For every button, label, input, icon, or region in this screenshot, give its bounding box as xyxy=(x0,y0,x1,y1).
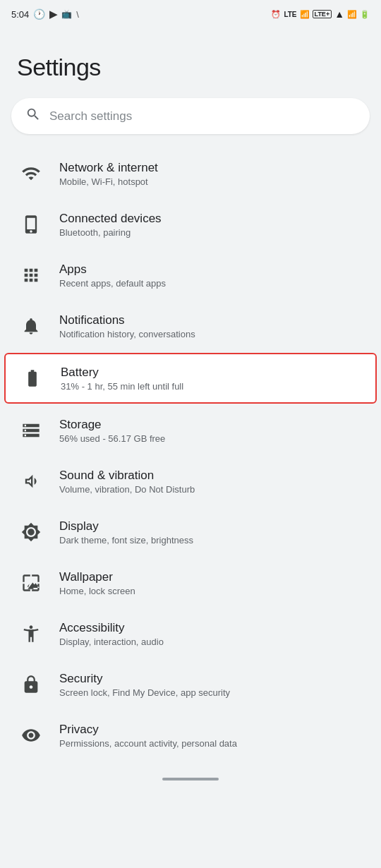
security-subtitle: Screen lock, Find My Device, app securit… xyxy=(59,687,364,698)
wallpaper-subtitle: Home, lock screen xyxy=(59,586,364,596)
notifications-icon xyxy=(17,312,45,340)
battery-text: Battery 31% - 1 hr, 55 min left until fu… xyxy=(61,366,363,392)
signal-bars-icon: ▲ xyxy=(334,8,344,20)
settings-item-accessibility[interactable]: Accessibility Display, interaction, audi… xyxy=(0,608,381,659)
storage-icon xyxy=(17,416,45,445)
battery-title: Battery xyxy=(61,366,363,380)
sound-title: Sound & vibration xyxy=(59,469,364,483)
network-icon xyxy=(17,159,45,188)
page-header: Settings xyxy=(0,25,381,92)
settings-item-security[interactable]: Security Screen lock, Find My Device, ap… xyxy=(0,659,381,710)
clock-icon: 🕐 xyxy=(33,8,45,20)
status-right: ⏰ LTE 📶 LTE+ ▲ 📶 🔋 xyxy=(271,8,370,20)
no-signal-icon: \ xyxy=(76,9,79,20)
security-text: Security Screen lock, Find My Device, ap… xyxy=(59,672,364,698)
battery-icon xyxy=(18,364,47,392)
apps-text: Apps Recent apps, default apps xyxy=(59,263,364,289)
youtube-icon: ▶ xyxy=(49,8,57,20)
page-title: Settings xyxy=(17,54,364,81)
status-left: 5:04 🕐 ▶ 📺 \ xyxy=(11,8,79,20)
security-icon xyxy=(17,670,45,699)
accessibility-text: Accessibility Display, interaction, audi… xyxy=(59,621,364,647)
settings-item-network[interactable]: Network & internet Mobile, Wi-Fi, hotspo… xyxy=(0,148,381,199)
connected-devices-subtitle: Bluetooth, pairing xyxy=(59,227,364,238)
settings-item-display[interactable]: Display Dark theme, font size, brightnes… xyxy=(0,507,381,557)
settings-item-wallpaper[interactable]: Wallpaper Home, lock screen xyxy=(0,557,381,608)
accessibility-icon xyxy=(17,620,45,648)
storage-title: Storage xyxy=(59,418,364,432)
privacy-text: Privacy Permissions, account activity, p… xyxy=(59,723,364,749)
privacy-title: Privacy xyxy=(59,723,364,737)
apps-subtitle: Recent apps, default apps xyxy=(59,278,364,289)
connected-devices-text: Connected devices Bluetooth, pairing xyxy=(59,212,364,238)
notifications-title: Notifications xyxy=(59,313,364,327)
battery-icon-status: 🔋 xyxy=(360,10,370,19)
sound-subtitle: Volume, vibration, Do Not Disturb xyxy=(59,484,364,495)
wallpaper-text: Wallpaper Home, lock screen xyxy=(59,570,364,596)
storage-subtitle: 56% used - 56.17 GB free xyxy=(59,433,364,444)
display-title: Display xyxy=(59,519,364,534)
settings-item-privacy[interactable]: Privacy Permissions, account activity, p… xyxy=(0,710,381,761)
settings-item-connected-devices[interactable]: Connected devices Bluetooth, pairing xyxy=(0,199,381,250)
settings-item-battery[interactable]: Battery 31% - 1 hr, 55 min left until fu… xyxy=(4,353,377,404)
wifi-calling-icon: 📶 xyxy=(300,10,310,19)
settings-item-notifications[interactable]: Notifications Notification history, conv… xyxy=(0,301,381,351)
connected-devices-icon xyxy=(17,210,45,239)
display-text: Display Dark theme, font size, brightnes… xyxy=(59,519,364,545)
settings-item-apps[interactable]: Apps Recent apps, default apps xyxy=(0,250,381,301)
apps-title: Apps xyxy=(59,263,364,277)
wifi-icon-status: 📶 xyxy=(347,10,357,19)
sound-icon xyxy=(17,467,45,495)
display-icon xyxy=(17,518,45,546)
security-title: Security xyxy=(59,672,364,686)
network-text: Network & internet Mobile, Wi-Fi, hotspo… xyxy=(59,161,364,187)
display-subtitle: Dark theme, font size, brightness xyxy=(59,535,364,545)
scroll-indicator xyxy=(162,778,219,780)
accessibility-subtitle: Display, interaction, audio xyxy=(59,637,364,647)
settings-item-sound[interactable]: Sound & vibration Volume, vibration, Do … xyxy=(0,456,381,507)
search-container: Search settings xyxy=(0,92,381,145)
network-subtitle: Mobile, Wi-Fi, hotspot xyxy=(59,176,364,187)
notifications-subtitle: Notification history, conversations xyxy=(59,329,364,339)
status-time: 5:04 xyxy=(11,9,29,20)
settings-item-storage[interactable]: Storage 56% used - 56.17 GB free xyxy=(0,405,381,456)
storage-text: Storage 56% used - 56.17 GB free xyxy=(59,418,364,444)
accessibility-title: Accessibility xyxy=(59,621,364,635)
settings-list: Network & internet Mobile, Wi-Fi, hotspo… xyxy=(0,145,381,764)
wallpaper-title: Wallpaper xyxy=(59,570,364,584)
alarm-icon: ⏰ xyxy=(271,10,281,19)
privacy-subtitle: Permissions, account activity, personal … xyxy=(59,738,364,749)
search-placeholder: Search settings xyxy=(49,109,132,123)
battery-subtitle: 31% - 1 hr, 55 min left until full xyxy=(61,381,363,392)
lte-badge-icon: LTE+ xyxy=(313,10,332,18)
connected-devices-title: Connected devices xyxy=(59,212,364,226)
status-bar: 5:04 🕐 ▶ 📺 \ ⏰ LTE 📶 LTE+ ▲ 📶 🔋 xyxy=(0,0,381,25)
lte-icon: LTE xyxy=(284,11,296,18)
search-bar[interactable]: Search settings xyxy=(11,98,370,134)
apps-icon xyxy=(17,261,45,289)
cast-icon: 📺 xyxy=(61,9,72,19)
notifications-text: Notifications Notification history, conv… xyxy=(59,313,364,339)
sound-text: Sound & vibration Volume, vibration, Do … xyxy=(59,469,364,495)
search-icon xyxy=(25,107,41,126)
wallpaper-icon xyxy=(17,569,45,597)
network-title: Network & internet xyxy=(59,161,364,175)
privacy-icon xyxy=(17,721,45,749)
